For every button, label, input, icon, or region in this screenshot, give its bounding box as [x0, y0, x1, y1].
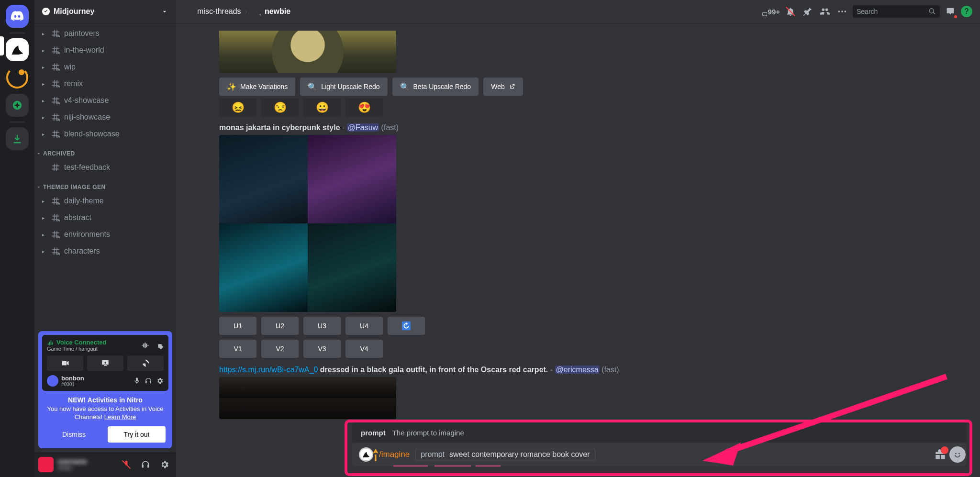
svg-rect-3	[762, 12, 767, 16]
home-button[interactable]	[6, 5, 29, 28]
user-mention[interactable]: @Fasuw	[347, 123, 379, 132]
category-label: THEMED IMAGE GEN	[43, 184, 106, 190]
prompt-field[interactable]: prompt sweet contemporary romance book c…	[415, 448, 595, 461]
channel-test-feedback[interactable]: ▸test-feedback	[38, 159, 172, 176]
screenshare-button[interactable]	[87, 355, 123, 371]
message-link[interactable]: https://s.mj.run/wBi-ca7wA_0	[219, 366, 318, 374]
download-apps-button[interactable]	[6, 127, 29, 150]
channel-abstract[interactable]: ▸abstract	[38, 210, 172, 226]
make-variations-button[interactable]: ✨Make Variations	[219, 78, 295, 96]
emoji-picker-button[interactable]	[949, 446, 966, 463]
upscale-u1-button[interactable]: U1	[219, 317, 256, 335]
web-button[interactable]: Web	[483, 78, 523, 96]
annotation-underline	[476, 466, 501, 466]
deafen-button[interactable]	[138, 457, 153, 472]
hint-key: prompt	[361, 429, 386, 437]
refresh-icon	[401, 321, 412, 331]
upscale-u4-button[interactable]: U4	[345, 317, 383, 335]
message-list[interactable]: ✨Make Variations 🔍Light Upscale Redo 🔍Be…	[176, 23, 980, 477]
upscale-u2-button[interactable]: U2	[261, 317, 299, 335]
thread-hash-icon	[51, 96, 60, 105]
nitro-card: Voice Connected Game Time / hangout	[38, 331, 172, 448]
chevron-down-icon	[36, 185, 41, 189]
channel-v4-showcase[interactable]: ▸v4-showcase	[38, 92, 172, 109]
explore-button[interactable]	[6, 94, 29, 117]
message-image-grid[interactable]	[219, 135, 396, 312]
channel-wip[interactable]: ▸wip	[38, 59, 172, 75]
channel-blend-showcase[interactable]: ▸blend-showcase	[38, 126, 172, 142]
upscale-u3-button[interactable]: U3	[303, 317, 341, 335]
reaction-0[interactable]: 😖	[219, 99, 256, 117]
breadcrumb-parent-label: misc-threads	[197, 7, 241, 16]
settings-button[interactable]	[157, 457, 172, 472]
mute-mic-button[interactable]	[119, 457, 134, 472]
variation-v4-button[interactable]: V4	[345, 340, 383, 358]
server-header[interactable]: Midjourney	[34, 0, 176, 23]
server-item-2[interactable]	[6, 66, 29, 89]
light-upscale-redo-button[interactable]: 🔍Light Upscale Redo	[300, 78, 387, 96]
variation-v1-button[interactable]: V1	[219, 340, 256, 358]
more-button[interactable]	[835, 5, 849, 18]
prompt-text: dressed in a black gala outfit, in front…	[318, 366, 548, 374]
help-button[interactable]: ?	[961, 6, 972, 17]
chevron-right-icon: ▸	[42, 249, 47, 254]
variation-v2-button[interactable]: V2	[261, 340, 299, 358]
message-image-grid[interactable]	[219, 377, 396, 419]
channel-niji-showcase[interactable]: ▸niji-showcase	[38, 109, 172, 125]
category-archived[interactable]: ARCHIVED	[34, 143, 176, 159]
channel-list: ▸paintovers▸in-the-world▸wip▸remix▸v4-sh…	[34, 23, 176, 331]
field-value: sweet contemporary romance book cover	[449, 450, 590, 459]
thread-hash-icon	[51, 196, 60, 206]
gear-icon[interactable]	[156, 377, 164, 385]
user-info[interactable]: username #0000	[57, 458, 115, 471]
voice-user[interactable]: bonbon #0001	[47, 375, 164, 387]
noise-suppression-icon[interactable]	[141, 341, 149, 350]
channel-characters[interactable]: ▸characters	[38, 243, 172, 259]
channel-daily-theme[interactable]: ▸daily-theme	[38, 193, 172, 209]
inbox-button[interactable]	[944, 5, 957, 18]
reaction-1[interactable]: 😒	[261, 99, 299, 117]
button-label: Make Variations	[240, 83, 288, 90]
headphones-icon[interactable]	[145, 377, 152, 385]
title-bar: misc-threads › newbie 99+ Search ?	[176, 0, 980, 23]
try-it-out-button[interactable]: Try it out	[108, 426, 166, 443]
server-midjourney[interactable]	[6, 38, 29, 61]
variation-v3-button[interactable]: V3	[303, 340, 341, 358]
channel-sidebar: Midjourney ▸paintovers▸in-the-world▸wip▸…	[34, 0, 176, 477]
user-mention[interactable]: @ericmessa	[555, 366, 600, 374]
video-button[interactable]	[47, 355, 83, 371]
suffix-text: (fast)	[601, 366, 619, 374]
reaction-2[interactable]: 😀	[303, 99, 341, 117]
channel-remix[interactable]: ▸remix	[38, 76, 172, 92]
svg-point-5	[841, 11, 843, 12]
activity-button[interactable]	[127, 355, 164, 371]
message-composer[interactable]: /imagine prompt sweet contemporary roman…	[352, 443, 967, 466]
learn-more-link[interactable]: Learn More	[104, 413, 136, 421]
beta-upscale-redo-button[interactable]: 🔍Beta Upscale Redo	[392, 78, 479, 96]
thread-hash-icon	[51, 246, 60, 256]
category-themed[interactable]: THEMED IMAGE GEN	[34, 176, 176, 192]
members-button[interactable]	[818, 5, 832, 18]
avatar[interactable]	[38, 457, 54, 472]
chevron-right-icon: ▸	[42, 81, 47, 87]
disconnect-icon[interactable]	[155, 341, 164, 350]
breadcrumb-parent[interactable]: misc-threads	[184, 6, 241, 17]
channel-paintovers[interactable]: ▸paintovers	[38, 25, 172, 42]
prompt-text: monas jakarta in cyberpunk style	[219, 123, 340, 132]
reaction-3[interactable]: 😍	[345, 99, 383, 117]
channel-name: remix	[64, 79, 83, 88]
channel-environments[interactable]: ▸environments	[38, 226, 172, 243]
breadcrumb-current[interactable]: newbie	[251, 6, 290, 17]
pinned-button[interactable]	[801, 5, 814, 18]
svg-point-8	[952, 449, 963, 460]
threads-button[interactable]: 99+	[757, 6, 780, 17]
dismiss-button[interactable]: Dismiss	[45, 426, 103, 443]
unread-dot	[953, 14, 958, 19]
rerun-button[interactable]	[388, 317, 425, 335]
search-input[interactable]: Search	[853, 5, 940, 18]
message-image[interactable]	[219, 31, 396, 73]
gift-button[interactable]: 1	[934, 448, 947, 461]
notifications-button[interactable]	[784, 5, 797, 18]
channel-in-the-world[interactable]: ▸in-the-world	[38, 42, 172, 58]
mic-icon[interactable]	[133, 377, 141, 385]
